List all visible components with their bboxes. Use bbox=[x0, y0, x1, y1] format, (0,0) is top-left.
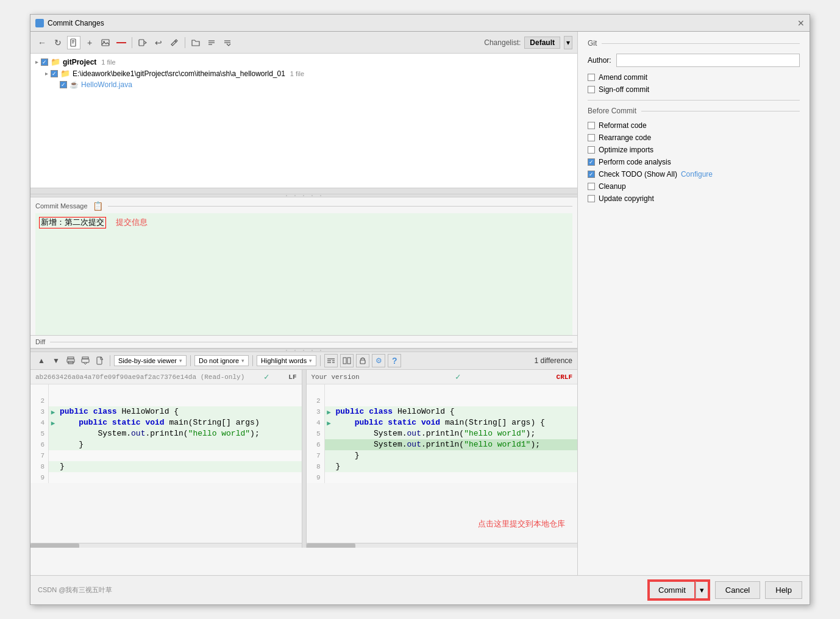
viewer-dropdown[interactable]: Side-by-side viewer ▾ bbox=[114, 355, 187, 366]
highlight-dropdown[interactable]: Highlight words ▾ bbox=[257, 355, 316, 366]
list-item[interactable]: ✓ ☕ HelloWorld.java bbox=[30, 79, 577, 90]
refresh-button[interactable]: ↻ bbox=[51, 36, 65, 49]
app-icon bbox=[35, 19, 44, 27]
arrow-left-button[interactable]: ← bbox=[35, 36, 49, 49]
list-item[interactable]: ▸ ✓ 📁 gitProject 1 file bbox=[30, 56, 577, 68]
commit-button-group: Commit ▾ bbox=[647, 579, 710, 601]
diff-line: 3 ▶ public class HelloWorld { bbox=[30, 406, 302, 417]
reformat-code-row: Reformat code bbox=[588, 121, 800, 130]
optimize-imports-label: Optimize imports bbox=[599, 146, 653, 154]
diff-sep-3 bbox=[252, 355, 253, 366]
diff-left-scrollbar[interactable] bbox=[30, 543, 302, 548]
rearrange-code-checkbox[interactable] bbox=[588, 134, 595, 141]
commit-highlighted-text: 新增：第二次提交 bbox=[39, 217, 106, 228]
commit-message-area[interactable]: 新增：第二次提交 提交信息 bbox=[35, 213, 572, 335]
svg-rect-4 bbox=[102, 40, 109, 46]
folder-button[interactable] bbox=[189, 36, 202, 49]
line-content bbox=[57, 395, 302, 406]
file-checkbox[interactable]: ✓ bbox=[60, 81, 67, 88]
file-checkbox[interactable]: ✓ bbox=[41, 58, 48, 66]
line-content: public static void main(String[] args) bbox=[57, 417, 302, 428]
line-content: System.out.println("hello world"); bbox=[333, 428, 578, 439]
copy-icon[interactable]: 📋 bbox=[93, 201, 103, 211]
help-button[interactable]: Help bbox=[765, 581, 802, 599]
diff-export-button[interactable] bbox=[79, 355, 91, 367]
line-number: 4 bbox=[307, 417, 325, 428]
reformat-code-checkbox[interactable] bbox=[588, 122, 595, 129]
diff-prev-button[interactable]: ▲ bbox=[35, 355, 48, 367]
line-arrow bbox=[49, 450, 57, 461]
tree-item-name: E:\ideawork\beike1\gitProject\src\com\it… bbox=[73, 69, 285, 78]
line-content: } bbox=[333, 450, 578, 461]
commit-annotation: 提交信息 bbox=[116, 218, 148, 227]
configure-link[interactable]: Configure bbox=[681, 170, 713, 179]
diff-right-scrollbar[interactable] bbox=[307, 543, 578, 548]
line-content bbox=[333, 395, 578, 406]
list2-button[interactable] bbox=[221, 36, 234, 49]
ignore-dropdown[interactable]: Do not ignore ▾ bbox=[194, 355, 249, 366]
commit-dropdown-button[interactable]: ▾ bbox=[696, 581, 709, 600]
diff-next-button[interactable]: ▼ bbox=[50, 355, 62, 367]
file-badge: 1 file bbox=[101, 58, 115, 66]
highlight-dropdown-arrow: ▾ bbox=[309, 358, 312, 364]
line-content bbox=[333, 472, 578, 483]
add-button[interactable]: + bbox=[83, 36, 96, 49]
diff-line: 5 System.out.println("hello world"); bbox=[307, 428, 578, 439]
diff-left-check: ✓ bbox=[264, 372, 269, 382]
close-button[interactable]: ✕ bbox=[797, 18, 805, 28]
main-content: ← ↻ + — ↩ bbox=[30, 32, 810, 575]
diff-view-container: ab2663426a0a4a70fe09f90ae9af2ac7376e14da… bbox=[30, 370, 577, 548]
diff-lock-button[interactable] bbox=[356, 354, 369, 367]
line-content bbox=[333, 384, 578, 395]
file-badge: 1 file bbox=[290, 70, 304, 77]
tree-item-name: HelloWorld.java bbox=[81, 80, 132, 89]
rearrange-code-row: Rearrange code bbox=[588, 133, 800, 142]
changelist-area: Changelist: Default ▾ bbox=[484, 36, 572, 49]
commit-button[interactable]: Commit bbox=[649, 581, 696, 600]
cleanup-label: Cleanup bbox=[599, 182, 626, 191]
diff-settings-button[interactable]: ⚙ bbox=[372, 354, 385, 367]
watermark: CSDN @我有三视五叶草 bbox=[38, 585, 112, 595]
image-button[interactable] bbox=[99, 36, 112, 49]
list1-button[interactable] bbox=[205, 36, 218, 49]
remove-button[interactable]: — bbox=[115, 36, 128, 49]
diff-line: 9 bbox=[30, 472, 302, 483]
diff-line: 9 bbox=[307, 472, 578, 483]
check-todo-row: ✓ Check TODO (Show All) Configure bbox=[588, 170, 800, 179]
check-todo-checkbox[interactable]: ✓ bbox=[588, 171, 595, 178]
line-content: public static void main(String[] args) { bbox=[333, 417, 578, 428]
author-row: Author: bbox=[588, 54, 800, 67]
cleanup-checkbox[interactable] bbox=[588, 183, 595, 190]
signoff-commit-checkbox[interactable] bbox=[588, 86, 595, 93]
line-number: 5 bbox=[307, 428, 325, 439]
diff-help-button[interactable]: ? bbox=[388, 354, 401, 367]
line-number: 8 bbox=[30, 461, 49, 472]
diff-file-button[interactable] bbox=[94, 355, 106, 367]
signoff-commit-row: Sign-off commit bbox=[588, 85, 800, 94]
diff-print-button[interactable] bbox=[65, 355, 77, 367]
diff-right-check: ✓ bbox=[455, 372, 460, 382]
perform-analysis-checkbox[interactable]: ✓ bbox=[588, 158, 595, 166]
diff-line: 6 System.out.println("hello world1"); bbox=[307, 439, 578, 450]
edit-button[interactable] bbox=[168, 36, 181, 49]
amend-commit-checkbox[interactable] bbox=[588, 74, 595, 81]
update-copyright-checkbox[interactable] bbox=[588, 195, 595, 202]
cancel-button[interactable]: Cancel bbox=[715, 581, 760, 599]
diff-sep-2 bbox=[190, 355, 191, 366]
undo-button[interactable]: ↩ bbox=[152, 36, 165, 49]
file-button[interactable] bbox=[67, 36, 80, 49]
author-input[interactable] bbox=[616, 54, 800, 67]
diff-sync-scroll-button[interactable] bbox=[324, 354, 338, 367]
diff-view-toggle-button[interactable] bbox=[340, 354, 354, 367]
file-checkbox[interactable]: ✓ bbox=[51, 70, 58, 77]
update-copyright-row: Update copyright bbox=[588, 194, 800, 203]
line-number bbox=[307, 384, 325, 395]
rearrange-code-label: Rearrange code bbox=[599, 133, 651, 142]
changelist-dropdown[interactable]: ▾ bbox=[564, 36, 572, 49]
list-item[interactable]: ▸ ✓ 📁 E:\ideawork\beike1\gitProject\src\… bbox=[30, 68, 577, 79]
diff-line: 5 System.out.println("hello world"); bbox=[30, 428, 302, 439]
line-number: 3 bbox=[307, 406, 325, 417]
diff-line: 4 ▶ public static void main(String[] arg… bbox=[307, 417, 578, 428]
optimize-imports-checkbox[interactable] bbox=[588, 146, 595, 154]
move-right-button[interactable] bbox=[136, 36, 149, 49]
